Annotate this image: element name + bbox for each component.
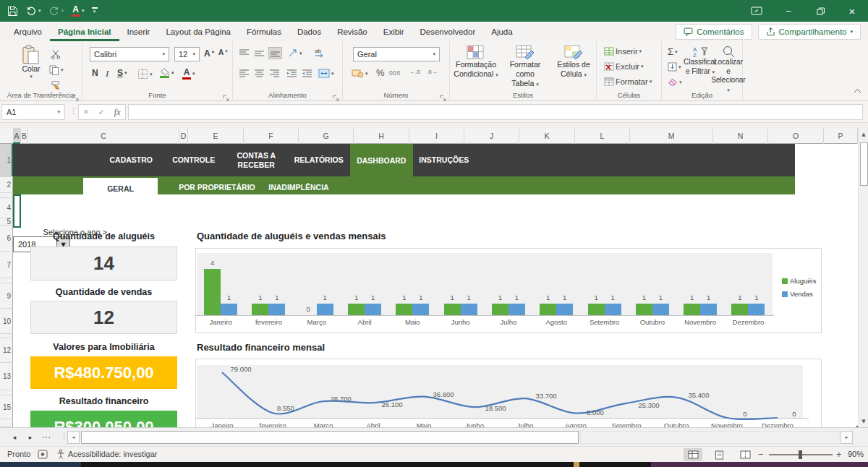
scroll-down-icon[interactable]: ▼ [859, 416, 868, 427]
align-middle-button[interactable] [254, 48, 265, 58]
next-sheet-icon[interactable]: ▸ [23, 428, 38, 447]
view-normal-button[interactable] [684, 448, 702, 461]
accounting-format-button[interactable]: ▾ [352, 69, 368, 78]
comments-button[interactable]: Comentários [676, 24, 752, 40]
column-header-f[interactable]: F [244, 128, 299, 144]
menu-tab-exibir[interactable]: Exibir [375, 22, 412, 41]
column-header-d[interactable]: D [179, 128, 188, 144]
underline-button[interactable]: S▾ [117, 68, 127, 78]
column-header-e[interactable]: E [188, 128, 244, 144]
column-header-n[interactable]: N [713, 128, 768, 144]
vertical-scrollbar[interactable]: ▲ ▼ [858, 128, 868, 427]
bold-button[interactable]: N [92, 68, 98, 78]
insert-cells-button[interactable]: Inserir▾ [604, 47, 642, 56]
restore-button[interactable] [804, 0, 836, 22]
row-header-4[interactable]: 4 [0, 198, 13, 218]
increase-indent-button[interactable] [302, 69, 312, 78]
column-header-p[interactable]: P [824, 128, 858, 144]
number-format-select[interactable]: Geral ▾ [353, 47, 440, 61]
row-header-3[interactable] [0, 193, 13, 198]
column-header-m[interactable]: M [630, 128, 713, 144]
tab-splitter-handle[interactable]: ⋮ [61, 432, 67, 440]
decrease-decimal-button[interactable]: .0→ [427, 69, 438, 75]
increase-font-button[interactable]: A▴ [204, 48, 214, 59]
record-macro-icon[interactable] [38, 450, 48, 460]
row-header-14[interactable] [0, 390, 13, 395]
font-color-button[interactable]: A ▾ [182, 68, 195, 80]
wrap-text-button[interactable]: ab [314, 47, 326, 58]
clear-button[interactable]: ▾ [668, 78, 682, 87]
zoom-in-icon[interactable]: + [836, 449, 842, 460]
insert-function-icon[interactable]: fx [114, 107, 121, 118]
clipboard-dialog-launcher[interactable] [72, 91, 79, 98]
autosum-button[interactable]: Σ▾ [668, 46, 678, 57]
row-header-15[interactable]: 15 [0, 395, 13, 419]
hscroll-right-icon[interactable]: ▸ [841, 431, 853, 444]
find-select-button[interactable]: Localizar eSelecionar ▾ [714, 46, 743, 94]
row-header-8[interactable] [0, 278, 13, 283]
nav-tab-instrucoes[interactable]: INSTRUÇÕES [413, 144, 476, 176]
column-header-j[interactable]: J [464, 128, 519, 144]
sub-tab-geral[interactable]: GERAL [83, 178, 158, 200]
format-painter-button[interactable] [51, 81, 61, 91]
alignment-dialog-launcher[interactable] [333, 91, 339, 98]
column-header-c[interactable]: C [28, 128, 179, 144]
column-header-k[interactable]: K [519, 128, 575, 144]
zoom-slider-thumb[interactable] [799, 450, 802, 459]
align-left-button[interactable] [239, 69, 250, 78]
menu-tab-inserir[interactable]: Inserir [119, 22, 158, 41]
align-center-button[interactable] [254, 69, 265, 78]
undo-button[interactable]: ▾ [25, 6, 41, 16]
row-header-13[interactable]: 13 [0, 363, 13, 390]
row-header-7[interactable]: 7 [0, 252, 13, 278]
nav-tab-contas-a-receber[interactable]: CONTAS A RECEBER [225, 144, 288, 176]
redo-button[interactable]: ▾ [48, 6, 64, 16]
menu-tab-arquivo[interactable]: Arquivo [6, 22, 50, 41]
name-box[interactable]: A1 ▾ [1, 104, 65, 120]
nav-tab-dashboard[interactable]: DASHBOARD [350, 144, 413, 178]
prev-sheet-icon[interactable]: ◂ [7, 428, 22, 447]
row-header-9[interactable]: 9 [0, 283, 13, 309]
row-header-2[interactable]: 2 [0, 177, 13, 193]
hscroll-left-icon[interactable]: ◂ [67, 431, 80, 444]
save-icon[interactable] [7, 6, 18, 17]
column-header-h[interactable]: H [354, 128, 409, 144]
column-header-a[interactable]: A [13, 128, 21, 144]
row-header-5[interactable]: 5 [0, 218, 13, 226]
cancel-entry-icon[interactable]: × [84, 107, 89, 117]
formula-input[interactable] [128, 104, 863, 120]
row-header-h15[interactable] [0, 419, 13, 427]
format-as-table-button[interactable]: Formatar comoTabela ▾ [501, 45, 550, 88]
menu-tab-pagina-inicial[interactable]: Página Inicial [50, 22, 119, 41]
view-page-break-button[interactable] [736, 448, 754, 461]
align-top-button[interactable] [239, 48, 250, 58]
more-sheets-button[interactable]: ... [42, 430, 51, 440]
orientation-button[interactable]: ▾ [288, 48, 302, 58]
nav-tab-relatorios[interactable]: RELATÓRIOS [288, 144, 351, 176]
sub-tab-inadimplencia[interactable]: INADIMPLÊNCIA [252, 178, 346, 196]
number-dialog-launcher[interactable] [440, 91, 446, 98]
ribbon-display-options-icon[interactable] [741, 0, 773, 22]
font-dialog-launcher[interactable] [223, 91, 229, 98]
comma-style-button[interactable]: 000 [389, 69, 401, 77]
row-header-10[interactable]: 10 [0, 309, 13, 334]
paste-button[interactable]: Colar ▾ [14, 45, 48, 80]
align-bottom-button[interactable] [269, 48, 281, 59]
horizontal-scroll-track[interactable] [580, 431, 839, 444]
nav-tab-controle[interactable]: CONTROLE [163, 144, 226, 176]
font-color-icon[interactable]: A ▾ [71, 5, 85, 17]
font-size-select[interactable]: 12 ▾ [174, 47, 200, 61]
customize-quick-access-icon[interactable]: ▾ [92, 7, 98, 14]
conditional-formatting-button[interactable]: FormataçãoCondicional ▾ [453, 45, 499, 79]
menu-tab-formulas[interactable]: Fórmulas [239, 22, 289, 41]
menu-tab-revisao[interactable]: Revisão [329, 22, 375, 41]
fill-button[interactable]: ▾ [668, 62, 681, 72]
zoom-out-icon[interactable]: − [758, 449, 764, 460]
cell-styles-button[interactable]: Estilos deCélula ▾ [553, 45, 595, 79]
minimize-button[interactable]: − [773, 0, 804, 22]
view-page-layout-button[interactable] [710, 448, 728, 461]
menu-tab-ajuda[interactable]: Ajuda [483, 22, 520, 41]
decrease-font-button[interactable]: A▾ [218, 48, 228, 56]
decrease-indent-button[interactable] [286, 69, 297, 78]
fill-color-button[interactable]: ▾ [159, 68, 174, 78]
